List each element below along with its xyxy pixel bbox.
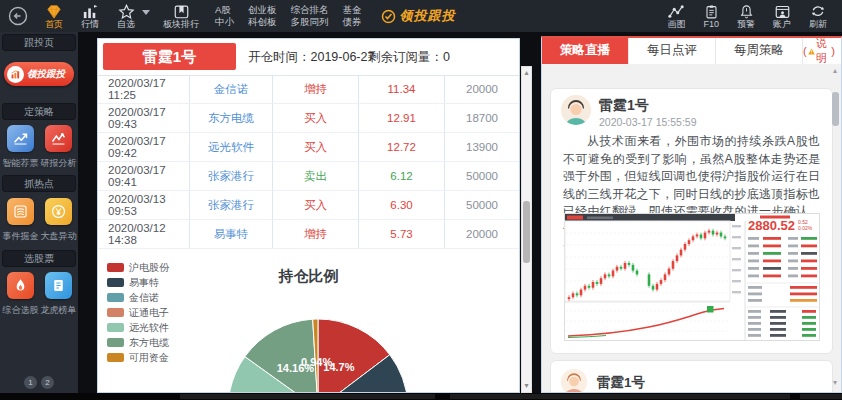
diamond-icon bbox=[45, 4, 63, 19]
sidebar-item-label: 领投跟投 bbox=[27, 68, 65, 81]
feed-scrollbar-thumb[interactable] bbox=[832, 92, 839, 126]
refresh-icon bbox=[810, 4, 826, 19]
strategy-feed-panel: 策略直播 每日点评 每周策略 ( 说明) bbox=[541, 36, 842, 393]
table-row[interactable]: 2020/03/17 09:42远光软件买入12.7213900 bbox=[98, 133, 519, 162]
table-cell: 18700 bbox=[445, 104, 519, 132]
tab-weekly-strategy[interactable]: 每周策略 bbox=[716, 38, 803, 64]
sidebar-item-event-gold[interactable]: 事件掘金 bbox=[1, 198, 40, 243]
draw-icon bbox=[667, 4, 685, 19]
app-window: 首页行情自选板块排行 A股中小创业板科创板综合排名多股同列基金债券 领投跟投 画… bbox=[0, 0, 842, 400]
quick-link-col-2: 综合排名多股同列 bbox=[291, 4, 329, 28]
feed-message-card: 雷霆1号 bbox=[550, 360, 833, 392]
feed-tabs: 策略直播 每日点评 每周策略 ( 说明) bbox=[542, 38, 841, 65]
composite-pick-icon bbox=[12, 277, 29, 294]
table-cell: 2020/03/17 09:43 bbox=[98, 104, 190, 132]
feed-message-list: 雷霆1号 2020-03-17 15:55:59 从技术面来看，外围市场的持续杀… bbox=[542, 64, 841, 392]
nav-quotes[interactable]: 行情 bbox=[81, 4, 99, 29]
message-author: 雷霆1号 bbox=[597, 374, 645, 392]
tool-label: 画图 bbox=[667, 19, 685, 29]
table-cell: 6.30 bbox=[359, 191, 445, 219]
tool-refresh[interactable]: 刷新 bbox=[809, 4, 827, 29]
tool-label: 预警 bbox=[737, 19, 755, 29]
nav-sector-ranking[interactable]: 板块排行 bbox=[163, 4, 199, 29]
logo-circle-icon bbox=[381, 9, 396, 24]
open-time-label: 开仓时间：2019-06-27 bbox=[248, 49, 374, 66]
sidebar-item-label: 智能荐票 bbox=[3, 157, 39, 170]
explanation-link[interactable]: ( 说明) bbox=[803, 38, 841, 64]
event-gold-icon bbox=[12, 203, 29, 220]
nav-label: 板块排行 bbox=[163, 19, 199, 29]
sidebar-pagination: 12 bbox=[0, 376, 78, 389]
sidebar-item-label: 研报分析 bbox=[41, 157, 77, 170]
table-cell: 买入 bbox=[273, 104, 359, 132]
scroll-up-icon[interactable]: ▴ bbox=[522, 68, 531, 78]
nav-watchlist[interactable]: 自选 bbox=[117, 4, 135, 29]
chart-badge-icon bbox=[10, 69, 21, 80]
tab-daily-review[interactable]: 每日点评 bbox=[629, 38, 716, 64]
strategy-header: 雷霆1号 开仓时间：2019-06-27 剩余订阅量：0 bbox=[98, 39, 519, 76]
sidebar-item-market-move[interactable]: 大盘异动 bbox=[39, 198, 78, 243]
app-logo-text: 领投跟投 bbox=[400, 7, 456, 25]
table-cell: 金信诺 bbox=[190, 75, 273, 103]
nav-label: 首页 bbox=[45, 19, 63, 29]
tool-label: 刷新 bbox=[809, 19, 827, 29]
tool-label: 账户 bbox=[773, 19, 791, 29]
back-button[interactable] bbox=[8, 6, 28, 26]
avatar bbox=[561, 95, 591, 125]
main-scrollbar-thumb[interactable] bbox=[523, 201, 530, 263]
bottom-edge-bar bbox=[0, 393, 842, 400]
quick-link[interactable]: 科创板 bbox=[248, 16, 277, 28]
quick-link[interactable]: 综合排名 bbox=[291, 4, 329, 16]
table-row[interactable]: 2020/03/17 11:25金信诺增持11.3420000 bbox=[98, 75, 519, 104]
chevron-down-icon[interactable] bbox=[142, 10, 150, 15]
sidebar-item-label: 龙虎榜单 bbox=[41, 304, 77, 317]
table-row[interactable]: 2020/03/17 09:43东方电缆买入12.9118700 bbox=[98, 104, 519, 133]
main-scrollbar[interactable]: ▴ ▾ bbox=[521, 66, 532, 393]
account-icon bbox=[774, 4, 791, 19]
scroll-down-icon[interactable]: ▾ bbox=[522, 381, 531, 391]
holdings-pie-chart: 14.7%14.16%0.94% bbox=[98, 243, 519, 393]
quick-link[interactable]: 中小 bbox=[215, 16, 234, 28]
tool-f10[interactable]: F10 bbox=[703, 4, 719, 29]
tool-draw[interactable]: 画图 bbox=[667, 4, 685, 29]
table-cell: 50000 bbox=[445, 162, 519, 190]
quick-link-col-0: A股中小 bbox=[215, 4, 234, 28]
tab-live-strategy[interactable]: 策略直播 bbox=[542, 38, 629, 64]
strategy-name-button[interactable]: 雷霆1号 bbox=[103, 43, 236, 70]
quick-link[interactable]: 基金 bbox=[343, 4, 362, 16]
report-icon bbox=[50, 130, 67, 147]
remaining-subscription-label: 剩余订阅量：0 bbox=[368, 49, 450, 66]
sidebar-item-lead-follow[interactable]: 领投跟投 bbox=[4, 62, 74, 86]
sidebar-page-dot[interactable]: 1 bbox=[24, 376, 37, 389]
feed-scroll-down-icon[interactable]: ▾ bbox=[830, 378, 840, 387]
table-cell: 增持 bbox=[273, 75, 359, 103]
sidebar-item-composite-pick[interactable]: 综合选股 bbox=[1, 272, 40, 317]
index-price: 2880.52 bbox=[748, 218, 795, 233]
nav-label: 自选 bbox=[117, 19, 135, 29]
quick-link-col-3: 基金债券 bbox=[343, 4, 362, 28]
sidebar-page-dot[interactable]: 2 bbox=[41, 376, 54, 389]
sidebar-section-strategy: 定策略 bbox=[2, 103, 76, 120]
quick-link[interactable]: 多股同列 bbox=[291, 16, 329, 28]
sidebar-item-smart-pick[interactable]: 智能荐票 bbox=[1, 125, 40, 170]
table-cell: 6.12 bbox=[359, 162, 445, 190]
tool-alert[interactable]: 预警 bbox=[737, 4, 755, 29]
table-cell: 买入 bbox=[273, 133, 359, 161]
table-row[interactable]: 2020/03/13 09:53张家港行买入6.3050000 bbox=[98, 191, 519, 220]
quick-link[interactable]: 创业板 bbox=[248, 4, 277, 16]
strategy-detail-panel: 雷霆1号 开仓时间：2019-06-27 剩余订阅量：0 2020/03/17 … bbox=[97, 38, 520, 393]
left-sidebar: 跟投页领投跟投定策略智能荐票研报分析抓热点事件掘金大盘异动选股票综合选股龙虎榜单… bbox=[0, 32, 78, 393]
feed-scroll-up-icon[interactable]: ▴ bbox=[830, 66, 840, 75]
table-cell: 11.34 bbox=[359, 75, 445, 103]
table-row[interactable]: 2020/03/17 09:41张家港行卖出6.1250000 bbox=[98, 162, 519, 191]
market-move-icon bbox=[50, 203, 67, 220]
trade-record-table: 2020/03/17 11:25金信诺增持11.34200002020/03/1… bbox=[98, 75, 519, 249]
message-author: 雷霆1号 bbox=[599, 97, 649, 115]
nav-home[interactable]: 首页 bbox=[45, 4, 63, 29]
sidebar-item-report-analysis[interactable]: 研报分析 bbox=[39, 125, 78, 170]
quick-link[interactable]: A股 bbox=[215, 4, 234, 16]
quick-link[interactable]: 债券 bbox=[343, 16, 362, 28]
message-timestamp: 2020-03-17 15:55:59 bbox=[599, 116, 697, 128]
sidebar-item-dragon-tiger-list[interactable]: 龙虎榜单 bbox=[39, 272, 78, 317]
tool-account[interactable]: 账户 bbox=[773, 4, 791, 29]
